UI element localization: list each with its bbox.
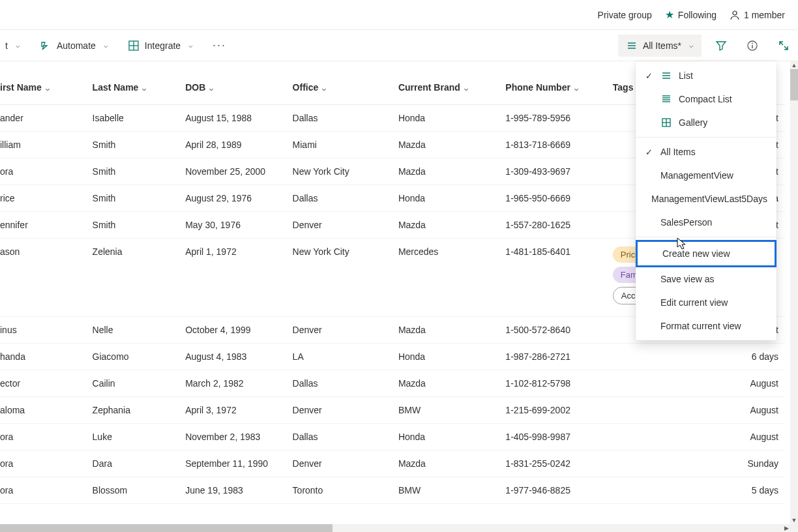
cell-brand: Honda	[392, 105, 499, 132]
create-new-view-label: Create new view	[662, 248, 730, 259]
chevron-down-icon: ⌵	[104, 41, 108, 50]
cell-sign: 6 days	[728, 344, 785, 370]
dropdown-separator	[636, 137, 776, 138]
expand-icon	[778, 40, 790, 52]
scrollbar-corner	[790, 524, 798, 532]
column-dob[interactable]: DOB⌵	[179, 61, 286, 105]
view-option-label: Gallery	[679, 117, 707, 128]
command-bar: t ⌵ Automate ⌵ Integrate ⌵ ··· All Items…	[0, 30, 798, 61]
edit-current-view[interactable]: Edit current view	[636, 291, 776, 314]
cell-last-name: Smith	[86, 158, 179, 185]
scroll-down-arrow[interactable]: ▼	[790, 516, 798, 524]
cell-phone: 1-309-493-9697	[499, 158, 606, 185]
cell-sign: Sunday	[728, 451, 785, 477]
person-icon	[730, 10, 740, 20]
cell-office: Toronto	[286, 477, 392, 504]
cell-tags	[606, 451, 728, 477]
cell-dob: March 2, 1982	[179, 370, 286, 397]
export-label: t	[5, 40, 8, 51]
cell-office: Denver	[286, 212, 392, 239]
cell-office: Miami	[286, 132, 392, 158]
cell-brand: Mazda	[392, 370, 499, 397]
cell-last-name: Cailin	[86, 370, 179, 397]
column-last-name[interactable]: Last Name⌵	[86, 61, 179, 105]
cell-dob: August 4, 1983	[179, 344, 286, 370]
star-icon: ★	[665, 8, 674, 21]
cell-first-name: ora	[0, 477, 86, 504]
cell-sign: August	[728, 424, 785, 451]
flow-icon	[40, 40, 52, 52]
view-option-list[interactable]: ✓ List	[636, 64, 776, 87]
cell-first-name: ason	[0, 239, 86, 317]
members-link[interactable]: 1 member	[730, 10, 785, 20]
view-dropdown: ✓ List Compact List Gallery ✓ All Items …	[636, 61, 776, 340]
view-option-all-items[interactable]: ✓ All Items	[636, 140, 776, 164]
format-current-view[interactable]: Format current view	[636, 314, 776, 338]
cell-first-name: inus	[0, 317, 86, 344]
info-button[interactable]	[741, 34, 764, 57]
cell-first-name: handa	[0, 344, 86, 370]
chevron-down-icon: ⌵	[16, 41, 20, 50]
view-option-label: SalesPerson	[660, 217, 712, 228]
filter-button[interactable]	[709, 34, 733, 57]
gallery-icon	[660, 117, 672, 128]
column-first-name[interactable]: irst Name⌵	[0, 61, 86, 105]
cell-first-name: ennifer	[0, 212, 86, 239]
scroll-up-arrow[interactable]: ▲	[790, 61, 798, 69]
column-current-brand[interactable]: Current Brand⌵	[392, 61, 499, 105]
view-option-management[interactable]: ManagementView	[636, 164, 776, 187]
column-phone-number[interactable]: Phone Number⌵	[499, 61, 606, 105]
cell-dob: May 30, 1976	[179, 212, 286, 239]
cell-brand: Mazda	[392, 132, 499, 158]
cell-tags	[606, 370, 728, 397]
cell-office: Dallas	[286, 424, 392, 451]
table-row[interactable]: oraBlossomJune 19, 1983TorontoBMW1-977-9…	[0, 477, 785, 504]
automate-button[interactable]: Automate ⌵	[35, 36, 113, 55]
view-option-label: List	[679, 70, 693, 81]
cell-office: New York City	[286, 158, 392, 185]
view-selector-button[interactable]: All Items* ⌵	[618, 35, 702, 57]
table-row[interactable]: handaGiacomoAugust 4, 1983LAHonda1-987-2…	[0, 344, 785, 370]
view-option-gallery[interactable]: Gallery	[636, 111, 776, 134]
cell-brand: BMW	[392, 397, 499, 424]
column-office[interactable]: Office⌵	[286, 61, 392, 105]
save-view-as[interactable]: Save view as	[636, 267, 776, 291]
cell-brand: BMW	[392, 477, 499, 504]
cell-dob: August 15, 1988	[179, 105, 286, 132]
view-option-salesperson[interactable]: SalesPerson	[636, 211, 776, 234]
cell-phone: 1-102-812-5798	[499, 370, 606, 397]
view-option-label: Compact List	[679, 94, 732, 104]
view-option-label: ManagementViewLast5Days	[651, 194, 767, 204]
save-view-as-label: Save view as	[660, 274, 714, 284]
cell-dob: April 3, 1972	[179, 397, 286, 424]
table-row[interactable]: oraLukeNovember 2, 1983DallasHonda1-405-…	[0, 424, 785, 451]
integrate-button[interactable]: Integrate ⌵	[123, 36, 198, 55]
expand-button[interactable]	[772, 34, 795, 57]
export-button[interactable]: t ⌵	[0, 37, 25, 55]
cell-dob: November 2, 1983	[179, 424, 286, 451]
view-option-label: ManagementView	[660, 170, 733, 181]
cell-brand: Mazda	[392, 212, 499, 239]
grid-icon	[128, 40, 140, 52]
cell-brand: Honda	[392, 424, 499, 451]
view-option-compact-list[interactable]: Compact List	[636, 87, 776, 111]
cell-first-name: aloma	[0, 397, 86, 424]
cell-phone: 1-481-185-6401	[499, 239, 606, 317]
horizontal-scrollbar-thumb[interactable]	[0, 524, 332, 532]
following-toggle[interactable]: ★ Following	[665, 8, 717, 21]
more-actions-button[interactable]: ···	[207, 38, 231, 52]
table-row[interactable]: oraDaraSeptember 11, 1990DenverMazda1-83…	[0, 451, 785, 477]
scroll-right-arrow[interactable]: ▶	[782, 524, 790, 532]
check-icon: ✓	[643, 71, 654, 81]
table-row[interactable]: ectorCailinMarch 2, 1982DallasMazda1-102…	[0, 370, 785, 397]
cell-phone: 1-557-280-1625	[499, 212, 606, 239]
create-new-view[interactable]: Create new view	[636, 240, 776, 267]
cell-brand: Honda	[392, 344, 499, 370]
view-option-management-5days[interactable]: ManagementViewLast5Days	[636, 187, 776, 211]
dropdown-separator	[636, 237, 776, 237]
vertical-scrollbar-track[interactable]	[790, 61, 798, 524]
cell-phone: 1-965-950-6669	[499, 185, 606, 212]
table-row[interactable]: alomaZephaniaApril 3, 1972DenverBMW1-215…	[0, 397, 785, 424]
integrate-label: Integrate	[145, 40, 181, 51]
automate-label: Automate	[57, 40, 96, 51]
